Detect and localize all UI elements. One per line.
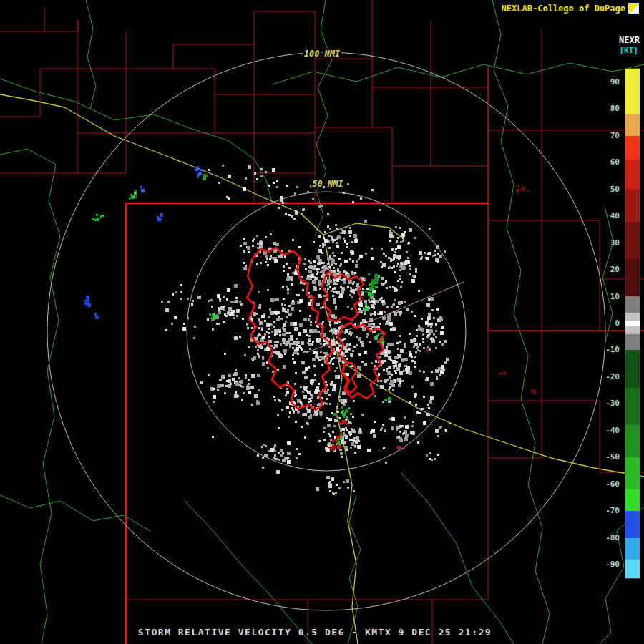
colorbar-tick-label: 70: [592, 131, 620, 140]
radar-echoes: [84, 165, 536, 495]
colorbar-tick-label: 50: [592, 185, 620, 194]
colorbar-segment: [625, 321, 640, 326]
colorbar-title: NEXR: [619, 35, 640, 45]
map-lines-roads: [0, 94, 644, 644]
colorbar-tick-label: -60: [592, 479, 620, 489]
colorbar-tick-label: -20: [592, 372, 620, 381]
colorbar-tick-label: 10: [592, 292, 620, 301]
brand-icon[interactable]: [628, 3, 639, 14]
colorbar-tick-label: 60: [592, 157, 620, 167]
range-ring: [47, 52, 605, 610]
colorbar-segment: [625, 560, 640, 578]
colorbar-segment: [625, 160, 640, 189]
range-ring-label: 100 NMI: [304, 49, 341, 59]
colorbar-segment: [625, 511, 640, 537]
radar-map[interactable]: 100 NMI50 NMI: [0, 0, 644, 644]
colorbar-tick-label: -70: [592, 506, 620, 515]
radar-display: 100 NMI50 NMI NEXLAB-College of DuPage N…: [0, 0, 644, 644]
colorbar-tick-label: 90: [592, 77, 620, 87]
colorbar-tick-label: 80: [592, 104, 620, 113]
colorbar-segment: [625, 489, 640, 511]
colorbar-segment: [625, 313, 640, 321]
colorbar-tick-label: -30: [592, 399, 620, 408]
colorbar-segment: [625, 190, 640, 222]
colorbar-tick-label: 20: [592, 265, 620, 274]
colorbar-segment: [625, 334, 640, 350]
colorbar-segment: [625, 114, 640, 136]
colorbar-tick-label: 40: [592, 211, 620, 220]
range-rings: [47, 52, 605, 610]
colorbar-unit: [KT]: [620, 46, 639, 55]
colorbar-tick-label: -90: [592, 560, 620, 569]
colorbar: [625, 68, 640, 579]
colorbar-segment: [625, 222, 640, 259]
colorbar-segment: [625, 296, 640, 312]
colorbar-segment: [625, 425, 640, 457]
colorbar-tick-label: -50: [592, 452, 620, 462]
range-ring-label: 50 NMI: [312, 179, 343, 189]
colorbar-segment: [625, 538, 640, 560]
status-caption: STORM RELATIVE VELOCITY 0.5 DEG - KMTX 9…: [0, 627, 630, 638]
colorbar-tick-label: -80: [592, 533, 620, 542]
colorbar-tick-label: 0: [592, 318, 620, 328]
colorbar-ticks: 9080706050403020100-10-20-30-40-50-60-70…: [592, 0, 621, 644]
colorbar-tick-label: -40: [592, 426, 620, 435]
colorbar-segment: [625, 259, 640, 296]
colorbar-segment: [625, 388, 640, 425]
colorbar-tick-label: -10: [592, 345, 620, 354]
colorbar-segment: [625, 136, 640, 160]
colorbar-tick-label: 30: [592, 238, 620, 248]
colorbar-segment: [625, 350, 640, 387]
colorbar-segment: [625, 69, 640, 114]
colorbar-segment: [625, 326, 640, 334]
colorbar-segment: [625, 457, 640, 489]
